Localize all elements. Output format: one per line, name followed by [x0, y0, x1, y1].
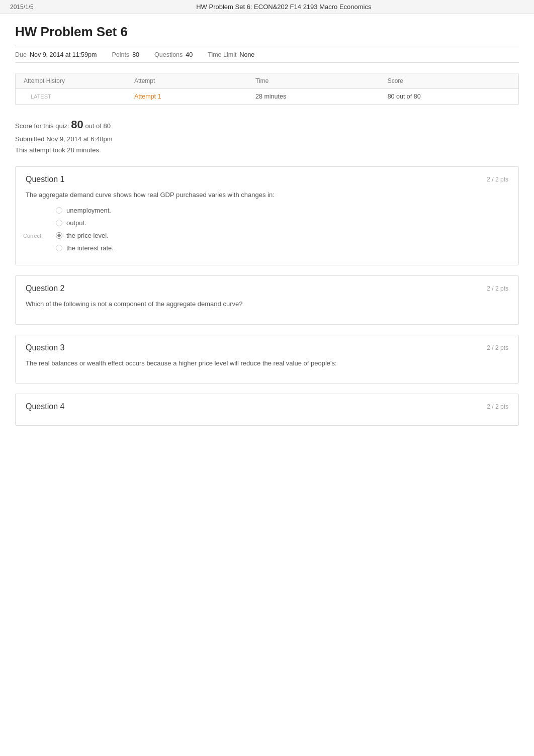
- question-title: Question 2: [26, 284, 64, 293]
- due-value: Nov 9, 2014 at 11:59pm: [30, 51, 97, 58]
- attempt-history-section: Attempt History Attempt Time Score LATES…: [15, 73, 519, 105]
- question-header: Question 3 2 / 2 pts: [26, 343, 508, 352]
- duration-line: This attempt took 28 minutes.: [15, 145, 519, 156]
- question-pts: 2 / 2 pts: [487, 403, 508, 410]
- meta-bar: Due Nov 9, 2014 at 11:59pm Points 80 Que…: [15, 47, 519, 63]
- questions-item: Questions 40: [154, 51, 193, 58]
- question-header: Question 2 2 / 2 pts: [26, 284, 508, 293]
- radio-circle: [56, 220, 62, 226]
- points-item: Points 80: [112, 51, 139, 58]
- due-label: Due: [15, 51, 27, 58]
- points-value: 80: [132, 51, 139, 58]
- question-pts: 2 / 2 pts: [487, 176, 508, 183]
- time-limit-value: None: [239, 51, 254, 58]
- top-bar-date: 2015/1/5: [10, 4, 34, 11]
- question-header: Question 4 2 / 2 pts: [26, 402, 508, 411]
- question-body: Which of the following is not a componen…: [26, 299, 508, 309]
- option-text: output.: [66, 219, 86, 227]
- due-item: Due Nov 9, 2014 at 11:59pm: [15, 51, 97, 58]
- answer-option: unemployment.: [56, 207, 508, 214]
- score-line: Score for this quiz: 80 out of 80: [15, 115, 519, 134]
- attempt-link-cell[interactable]: Attempt 1: [126, 89, 247, 105]
- hw-title: HW Problem Set 6: [15, 24, 519, 40]
- time-limit-item: Time Limit None: [208, 51, 254, 58]
- radio-circle: [56, 207, 62, 214]
- questions-container: Question 1 2 / 2 pts The aggregate deman…: [15, 166, 519, 426]
- attempt-history-label: Attempt History: [16, 73, 126, 89]
- submitted-line: Submitted Nov 9, 2014 at 6:48pm: [15, 134, 519, 145]
- question-title: Question 3: [26, 343, 64, 352]
- score-number: 80: [71, 118, 83, 131]
- score-for-quiz-label: Score for this quiz:: [15, 122, 69, 130]
- course-title: HW Problem Set 6: ECON&202 F14 2193 Macr…: [44, 3, 524, 11]
- question-block-4: Question 4 2 / 2 pts: [15, 394, 519, 426]
- col-time: Time: [247, 73, 380, 89]
- questions-label: Questions: [154, 51, 183, 58]
- attempt-row: LATEST Attempt 1 28 minutes 80 out of 80: [16, 89, 518, 105]
- latest-badge: LATEST: [16, 89, 126, 105]
- question-pts: 2 / 2 pts: [487, 344, 508, 351]
- question-pts: 2 / 2 pts: [487, 285, 508, 292]
- answer-options: unemployment. output. Correct! the price…: [56, 207, 508, 252]
- attempt-time: 28 minutes: [247, 89, 380, 105]
- option-text: the price level.: [66, 232, 109, 239]
- question-block-3: Question 3 2 / 2 pts The real balances o…: [15, 335, 519, 384]
- attempt-history-table: Attempt History Attempt Time Score LATES…: [16, 73, 518, 105]
- option-text: the interest rate.: [66, 244, 114, 252]
- time-limit-label: Time Limit: [208, 51, 236, 58]
- answer-option: Correct! the price level.: [56, 232, 508, 239]
- questions-value: 40: [186, 51, 193, 58]
- radio-circle: [56, 245, 62, 251]
- score-out-of: out of 80: [85, 122, 111, 130]
- col-attempt: Attempt: [126, 73, 247, 89]
- question-body: The real balances or wealth effect occur…: [26, 358, 508, 368]
- radio-circle: [56, 232, 62, 239]
- answer-option: the interest rate.: [56, 244, 508, 252]
- question-title: Question 1: [26, 175, 64, 184]
- question-title: Question 4: [26, 402, 64, 411]
- question-block-2: Question 2 2 / 2 pts Which of the follow…: [15, 275, 519, 325]
- question-body: The aggregate demand curve shows how rea…: [26, 190, 508, 200]
- option-text: unemployment.: [66, 207, 111, 214]
- question-block-1: Question 1 2 / 2 pts The aggregate deman…: [15, 166, 519, 266]
- points-label: Points: [112, 51, 129, 58]
- attempt-link[interactable]: Attempt 1: [134, 93, 161, 100]
- question-header: Question 1 2 / 2 pts: [26, 175, 508, 184]
- page-container: HW Problem Set 6 Due Nov 9, 2014 at 11:5…: [0, 14, 534, 446]
- attempt-score: 80 out of 80: [380, 89, 518, 105]
- correct-label: Correct!: [23, 233, 43, 239]
- top-bar: 2015/1/5 HW Problem Set 6: ECON&202 F14 …: [0, 0, 534, 14]
- col-score: Score: [380, 73, 518, 89]
- answer-option: output.: [56, 219, 508, 227]
- score-summary: Score for this quiz: 80 out of 80 Submit…: [15, 115, 519, 156]
